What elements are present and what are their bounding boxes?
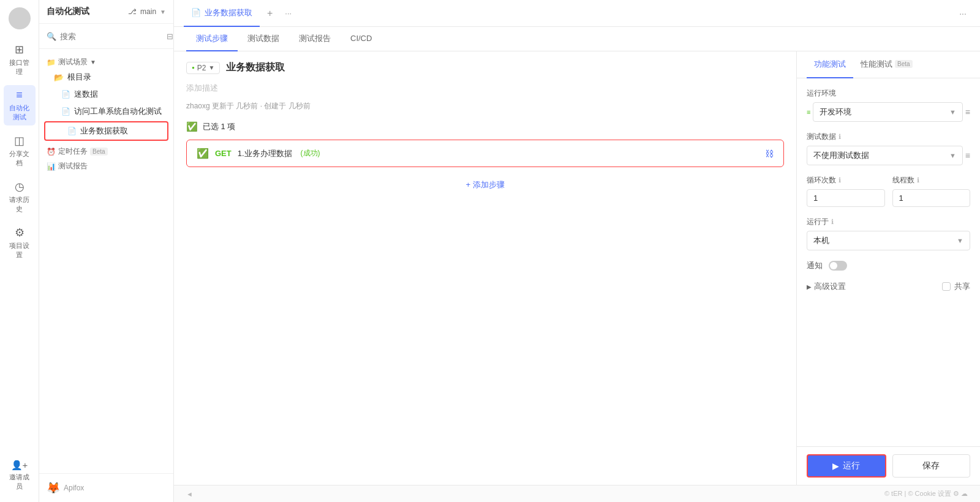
shared-doc-label: 分享文档 (9, 149, 31, 168)
beta-badge: Beta (90, 148, 108, 155)
test-data-select[interactable]: 不使用测试数据 ▼ (807, 146, 963, 165)
run-env-select[interactable]: 开发环境 ▼ (813, 102, 962, 122)
run-on-label: 运行于 ℹ (807, 217, 970, 227)
step-item-1[interactable]: ✅ GET 1.业务办理数据 (成功) ⛓ (186, 140, 784, 167)
history-icon: ◷ (15, 180, 24, 193)
case-header: ● P2 ▼ 业务数据获取 (186, 61, 784, 74)
tree-item-label: 访问工单系统自动化测试 (74, 106, 162, 117)
file-icon: 📄 (67, 127, 77, 135)
tab-biz-data[interactable]: 📄 业务数据获取 (184, 0, 260, 27)
file-icon: 📄 (61, 107, 70, 116)
loop-label: 循环次数 ℹ (807, 175, 885, 185)
advanced-settings-toggle[interactable]: ▶ 高级设置 (807, 281, 846, 292)
tab-ci-cd[interactable]: CI/CD (341, 27, 382, 51)
tab-test-report[interactable]: 测试报告 (289, 27, 341, 51)
tree-item-label: 业务数据获取 (80, 126, 128, 137)
filter-icon[interactable]: ⊟ (167, 32, 173, 41)
step-link-icon[interactable]: ⛓ (765, 149, 774, 159)
tab-more-button[interactable]: ··· (280, 9, 296, 18)
folder-icon: 📁 (47, 58, 56, 67)
case-content: ● P2 ▼ 业务数据获取 添加描述 zhaoxg 更新于 几秒前 · 创建于 … (174, 51, 980, 485)
step-check-icon[interactable]: ✅ (197, 148, 209, 159)
step-right: ⛓ (765, 149, 774, 159)
tree-section-label: 定时任务 (58, 146, 88, 157)
collapse-icon[interactable]: ◄ (186, 490, 193, 498)
notify-toggle[interactable] (829, 261, 847, 271)
sidebar-item-project-settings[interactable]: ⚙ 项目设置 (4, 222, 36, 263)
tab-perf-test[interactable]: 性能测试 Beta (853, 51, 920, 78)
priority-circle: ● (192, 65, 195, 70)
sidebar-item-shared-doc[interactable]: ◫ 分享文档 (4, 130, 36, 171)
step-method: GET (215, 149, 232, 158)
tab-func-test[interactable]: 功能测试 (807, 51, 853, 78)
tree-item-lost-data[interactable]: 📄 迷数据 (39, 86, 173, 103)
folder-open-icon: 📂 (54, 73, 64, 82)
priority-badge[interactable]: ● P2 ▼ (186, 62, 220, 74)
sidebar: 自动化测试 ⎇ main ▼ 🔍 ⊟ + 📁 测试场景 ▼ 📂 根目录 📄 迷数… (39, 0, 174, 502)
test-steps-label: 测试步骤 (196, 33, 228, 44)
save-button[interactable]: 保存 (892, 454, 971, 478)
run-env-select-wrapper: ≡ 开发环境 ▼ ≡ (807, 102, 970, 122)
add-step-button[interactable]: + 添加步骤 (186, 174, 784, 195)
thread-col: 线程数 ℹ (892, 175, 971, 207)
tab-add-button[interactable]: + (262, 8, 277, 19)
tree-item-root[interactable]: 📂 根目录 (39, 69, 173, 86)
test-report-label: 测试报告 (299, 33, 331, 44)
right-panel: 功能测试 性能测试 Beta 运行环境 ≡ 开发环境 (796, 51, 980, 485)
branch-chevron-icon[interactable]: ▼ (160, 9, 166, 15)
selected-bar: ✅ 已选 1 项 (186, 121, 784, 132)
run-env-menu-icon[interactable]: ≡ (965, 107, 970, 117)
form-row-test-data: 测试数据 ℹ 不使用测试数据 ▼ ≡ (807, 132, 970, 165)
run-button[interactable]: ▶ 运行 (807, 454, 886, 478)
sidebar-title: 自动化测试 (47, 6, 89, 17)
sidebar-header: 自动化测试 ⎇ main ▼ (39, 0, 173, 24)
branch-name[interactable]: main (140, 7, 156, 16)
tree-section-test-report[interactable]: 📊 测试报告 (39, 158, 173, 173)
shared-doc-icon: ◫ (14, 134, 24, 148)
sidebar-item-request-history[interactable]: ◷ 请求历史 (4, 176, 36, 217)
notify-row: 通知 (807, 260, 970, 271)
file-icon: 📄 (61, 90, 70, 99)
tab-test-data[interactable]: 测试数据 (238, 27, 289, 51)
run-on-select[interactable]: 本机 ▼ (807, 231, 970, 250)
perf-test-label: 性能测试 (861, 59, 892, 70)
loop-input[interactable] (807, 189, 885, 207)
tab-file-icon: 📄 (191, 8, 201, 17)
thread-label: 线程数 ℹ (892, 175, 971, 185)
priority-label: P2 (197, 64, 206, 72)
settings-label: 项目设置 (9, 241, 31, 260)
sidebar-item-api-mgmt[interactable]: ⊞ 接口管理 (4, 39, 36, 80)
run-button-label: 运行 (843, 460, 860, 471)
test-data-menu-icon[interactable]: ≡ (965, 151, 970, 160)
priority-chevron-icon: ▼ (209, 64, 215, 71)
report-icon: 📊 (47, 162, 56, 171)
step-item-left: ✅ GET 1.业务办理数据 (成功) (197, 148, 320, 159)
thread-input[interactable] (892, 189, 971, 207)
run-on-chevron-icon: ▼ (957, 237, 963, 244)
advanced-label-text: 高级设置 (814, 281, 846, 292)
share-row: 共享 (942, 281, 970, 292)
tree-section-label: 测试场景 (58, 57, 88, 67)
share-checkbox[interactable] (942, 282, 951, 291)
user-avatar[interactable] (9, 7, 31, 29)
settings-icon: ⚙ (15, 226, 24, 239)
sidebar-item-auto-test[interactable]: ≡ 自动化测试 (4, 85, 36, 126)
search-input[interactable] (60, 32, 163, 41)
auto-test-label: 自动化测试 (9, 103, 31, 122)
tab-test-steps[interactable]: 测试步骤 (186, 27, 238, 51)
tab-bar-more-icon[interactable]: ··· (956, 6, 970, 21)
tree-section-scene[interactable]: 📁 测试场景 ▼ (39, 54, 173, 69)
case-desc[interactable]: 添加描述 (186, 80, 784, 96)
tree-item-visit-auto[interactable]: 📄 访问工单系统自动化测试 (39, 103, 173, 120)
case-title: 业务数据获取 (226, 61, 285, 74)
tree-section-scheduled[interactable]: ⏰ 定时任务 Beta (39, 143, 173, 158)
perf-beta-badge: Beta (895, 60, 913, 68)
run-env-label: 运行环境 (807, 88, 970, 99)
tree-item-biz-data[interactable]: 📄 业务数据获取 (44, 121, 168, 141)
branch-icon: ⎇ (128, 7, 137, 16)
case-meta: zhaoxg 更新于 几秒前 · 创建于 几秒前 (186, 101, 784, 111)
run-env-value: 开发环境 (820, 107, 851, 118)
sidebar-item-invite[interactable]: 👤+ 邀请成员 (4, 456, 36, 495)
auto-test-icon: ≡ (16, 89, 23, 102)
apifox-logo: 🦊 Apifox (47, 481, 84, 495)
